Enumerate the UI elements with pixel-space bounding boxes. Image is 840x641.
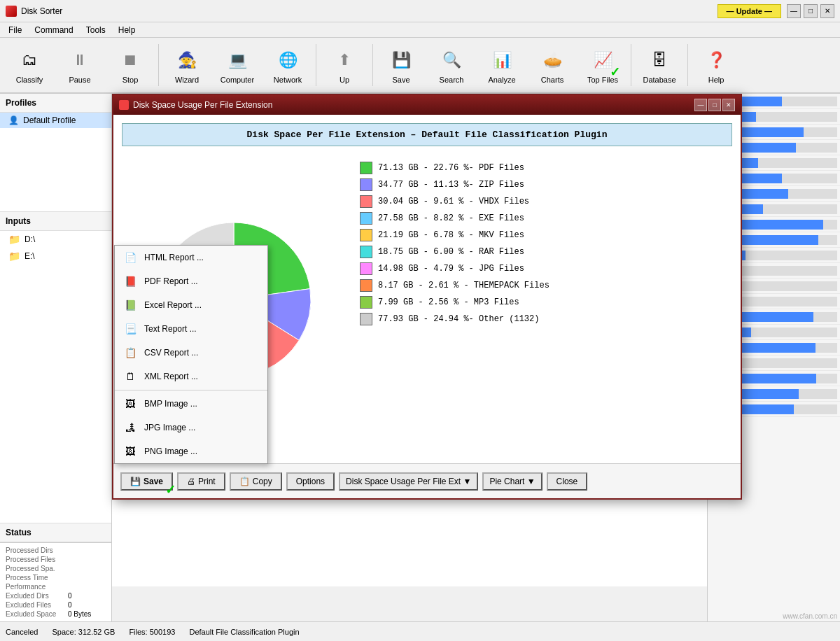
toolbar-network[interactable]: 🌐 Network (264, 40, 312, 90)
disk-dropdown[interactable]: Disk Space Usage Per File Ext ▼ (339, 472, 478, 491)
toolbar-save[interactable]: 💾 Save (377, 40, 425, 90)
database-icon: 🗄 (645, 46, 673, 74)
ctx-item-jpg[interactable]: 🏞 JPG Image ... (115, 416, 267, 439)
ctx-item-png[interactable]: 🖼 PNG Image ... (115, 439, 267, 463)
right-bar-wrap (738, 112, 837, 122)
status-canceled: Canceled (6, 628, 38, 636)
help-icon: ❓ (702, 46, 730, 74)
right-bar (738, 389, 799, 399)
ctx-item-pdf[interactable]: 📕 PDF Report ... (115, 269, 267, 293)
status-section-label: Status (0, 523, 111, 542)
ctx-label-xml: XML Report ... (144, 372, 198, 381)
menu-tools[interactable]: Tools (80, 24, 111, 36)
toolbar-stop[interactable]: ⏹ Stop (106, 40, 154, 90)
modal-close[interactable]: ✕ (722, 99, 735, 111)
toolbar-pause[interactable]: ⏸ Pause (56, 40, 104, 90)
toolbar-computer[interactable]: 💻 Computer (214, 40, 261, 90)
ctx-icon-html: 📄 (123, 251, 137, 265)
legend-color-swatch (360, 178, 372, 191)
toolbar-up[interactable]: ⬆ Up (321, 40, 368, 90)
right-bar (738, 404, 794, 414)
copy-button[interactable]: 📋 Copy (230, 472, 282, 491)
ctx-icon-bmp: 🖼 (123, 397, 137, 411)
legend-item: 14.98 GB - 4.79 % - JPG Files (360, 262, 732, 275)
right-bar-wrap (738, 312, 837, 322)
status-space: Space: 312.52 GB (52, 628, 115, 636)
minimize-button[interactable]: — (787, 4, 801, 18)
menu-file[interactable]: File (3, 24, 27, 36)
right-bar-wrap (738, 404, 837, 414)
status-row-excluded-dirs: Excluded Dirs 0 (6, 591, 106, 600)
toolbar-classify[interactable]: 🗂 Classify (6, 40, 53, 90)
toolbar-help[interactable]: ❓ Help (692, 40, 740, 90)
pause-icon: ⏸ (66, 46, 94, 74)
sidebar-input-d[interactable]: 📁 D:\ (0, 231, 111, 248)
menu-help[interactable]: Help (113, 24, 141, 36)
charts-label: Charts (541, 76, 564, 84)
right-bar (738, 374, 816, 383)
legend-text: 8.17 GB - 2.61 % - THEMEPACK Files (378, 281, 550, 290)
chart-dropdown[interactable]: Pie Chart ▼ (482, 472, 542, 491)
folder-d-icon: 📁 (8, 234, 20, 245)
status-row-excluded-space: Excluded Space 0 Bytes (6, 610, 106, 619)
legend-color-swatch (360, 279, 372, 292)
update-button[interactable]: — Update — (718, 4, 781, 18)
ctx-label-html: HTML Report ... (144, 253, 204, 262)
ctx-item-csv[interactable]: 📋 CSV Report ... (115, 341, 267, 365)
maximize-button[interactable]: □ (804, 4, 818, 18)
network-label: Network (274, 76, 302, 84)
ctx-item-xml[interactable]: 🗒 XML Report ... (115, 365, 267, 388)
legend-item: 27.58 GB - 8.82 % - EXE Files (360, 212, 732, 225)
status-label-performance: Performance (6, 583, 65, 591)
context-menu: 📄 HTML Report ... 📕 PDF Report ... 📗 Exc… (114, 245, 268, 464)
legend-text: 77.93 GB - 24.94 %- Other (1132) (378, 314, 539, 324)
print-button[interactable]: 🖨 Print (177, 472, 225, 491)
status-row-excluded-files: Excluded Files 0 (6, 600, 106, 610)
legend-item: 18.75 GB - 6.00 % - RAR Files (360, 246, 732, 258)
profiles-section-label: Profiles (0, 94, 111, 113)
right-bar (738, 127, 804, 137)
menu-command[interactable]: Command (29, 24, 78, 36)
toolbar-wizard[interactable]: 🧙 Wizard (163, 40, 211, 90)
legend-color-swatch (360, 162, 372, 174)
modal-minimize[interactable]: — (694, 99, 707, 111)
options-button[interactable]: Options (286, 472, 335, 491)
legend-color-swatch (360, 246, 372, 258)
save-button[interactable]: 💾 Save (120, 472, 173, 491)
right-bar-wrap (738, 327, 837, 337)
sidebar-input-e[interactable]: 📁 E:\ (0, 248, 111, 265)
status-label-excluded-dirs: Excluded Dirs (6, 592, 65, 600)
toolbar-search[interactable]: 🔍 Search (428, 40, 475, 90)
legend-color-swatch (360, 313, 372, 325)
close-button[interactable]: ✕ (820, 4, 834, 18)
ctx-icon-csv: 📋 (123, 346, 137, 360)
classify-label: Classify (16, 76, 43, 84)
right-bar-wrap (738, 358, 837, 368)
close-button-modal[interactable]: Close (547, 472, 588, 491)
app-icon (6, 6, 17, 17)
toolbar-charts[interactable]: 🥧 Charts (528, 40, 576, 90)
ctx-icon-jpg: 🏞 (123, 421, 137, 435)
modal-restore[interactable]: □ (708, 99, 721, 111)
charts-icon: 🥧 (538, 46, 566, 74)
toolbar-sep-2 (316, 44, 316, 86)
up-label: Up (340, 76, 349, 84)
status-row-process-time: Process Time (6, 573, 106, 582)
ctx-item-bmp[interactable]: 🖼 BMP Image ... (115, 392, 267, 416)
toolbar-database[interactable]: 🗄 Database (636, 40, 683, 90)
toolbar-analyze[interactable]: 📊 Analyze (478, 40, 526, 90)
ctx-item-text[interactable]: 📃 Text Report ... (115, 317, 267, 341)
sidebar-profile-default[interactable]: 👤 Default Profile (0, 113, 111, 128)
legend-item: 30.04 GB - 9.61 % - VHDX Files (360, 195, 732, 208)
toolbar-topfiles[interactable]: 📈 Top Files ✓ (579, 40, 626, 90)
toolbar: 🗂 Classify ⏸ Pause ⏹ Stop 🧙 Wizard 💻 Com… (0, 38, 840, 94)
ctx-icon-text: 📃 (123, 322, 137, 336)
status-label-excluded-files: Excluded Files (6, 601, 65, 609)
ctx-item-excel[interactable]: 📗 Excel Report ... (115, 293, 267, 317)
wizard-icon: 🧙 (173, 46, 201, 74)
right-bar-wrap (738, 189, 837, 199)
ctx-label-excel: Excel Report ... (144, 300, 202, 310)
print-icon: 🖨 (187, 477, 195, 486)
legend-item: 8.17 GB - 2.61 % - THEMEPACK Files (360, 279, 732, 292)
ctx-item-html[interactable]: 📄 HTML Report ... (115, 246, 267, 269)
